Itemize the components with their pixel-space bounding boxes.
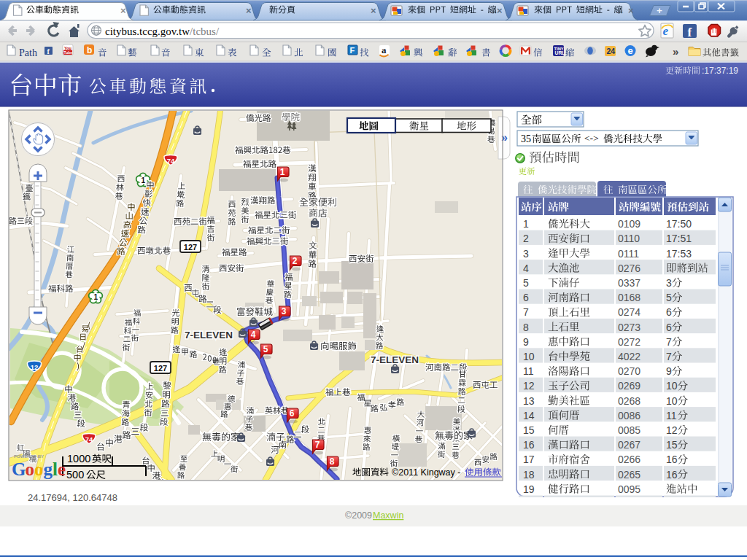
svg-text:×: × xyxy=(371,5,376,16)
svg-text:1: 1 xyxy=(142,176,146,184)
svg-text:17:53: 17:53 xyxy=(666,248,692,260)
svg-text:0111: 0111 xyxy=(618,248,639,260)
svg-text:4022: 4022 xyxy=(618,351,640,362)
svg-text:127: 127 xyxy=(154,364,167,373)
svg-text:35: 35 xyxy=(521,133,531,144)
svg-text:5: 5 xyxy=(523,277,529,289)
svg-text:17:51: 17:51 xyxy=(666,233,692,244)
svg-text:6: 6 xyxy=(666,306,672,318)
svg-text:15: 15 xyxy=(523,424,535,436)
svg-text:URL: URL xyxy=(555,50,565,55)
svg-text:<->: <-> xyxy=(584,133,599,144)
svg-text:1: 1 xyxy=(523,218,529,230)
svg-text:o: o xyxy=(26,459,35,479)
svg-text:©2009: ©2009 xyxy=(345,510,372,521)
svg-text:127: 127 xyxy=(184,243,197,252)
svg-text:4: 4 xyxy=(251,330,256,340)
svg-text:e: e xyxy=(628,45,633,56)
svg-text:12: 12 xyxy=(666,424,678,436)
svg-text:17: 17 xyxy=(523,454,535,465)
svg-text:24: 24 xyxy=(607,47,616,55)
svg-text:12: 12 xyxy=(523,380,535,392)
svg-text:1: 1 xyxy=(94,293,98,301)
svg-text:7-ELEVEN: 7-ELEVEN xyxy=(185,330,233,341)
svg-text:10: 10 xyxy=(666,380,678,392)
svg-text:0110: 0110 xyxy=(618,233,640,244)
svg-text:5: 5 xyxy=(263,344,268,354)
svg-text:0085: 0085 xyxy=(618,424,640,436)
svg-text:500: 500 xyxy=(66,469,84,481)
svg-text:f: f xyxy=(688,26,692,39)
svg-text:0268: 0268 xyxy=(618,395,640,407)
svg-text:citybus.tccg.gov.tw/tcbus/: citybus.tccg.gov.tw/tcbus/ xyxy=(105,26,220,37)
svg-text:10: 10 xyxy=(666,395,678,407)
svg-text:b: b xyxy=(87,45,92,55)
svg-text:3: 3 xyxy=(666,277,672,289)
svg-text:g: g xyxy=(44,459,53,479)
svg-text:6: 6 xyxy=(666,322,672,333)
svg-text:×: × xyxy=(120,5,126,16)
svg-text:0095: 0095 xyxy=(618,483,640,495)
svg-text:6: 6 xyxy=(290,408,295,419)
svg-text:0266: 0266 xyxy=(618,454,640,465)
svg-text:Tube: Tube xyxy=(64,50,73,55)
svg-text:2: 2 xyxy=(293,256,298,266)
svg-text:16: 16 xyxy=(666,469,678,481)
svg-text:Maxwin: Maxwin xyxy=(373,510,403,521)
svg-text:Path: Path xyxy=(19,47,37,58)
svg-text:1000: 1000 xyxy=(67,453,90,464)
svg-text:9: 9 xyxy=(666,365,672,377)
svg-text:74: 74 xyxy=(85,435,93,443)
svg-text::17:37:19: :17:37:19 xyxy=(702,66,738,76)
svg-text:0337: 0337 xyxy=(618,277,640,289)
svg-text:6: 6 xyxy=(523,292,529,303)
svg-text:16: 16 xyxy=(666,454,678,465)
svg-text:l: l xyxy=(53,459,58,479)
svg-text:11: 11 xyxy=(523,365,534,377)
svg-text:...: ... xyxy=(490,6,497,15)
svg-text:G: G xyxy=(12,459,26,479)
svg-text:o: o xyxy=(34,459,44,479)
svg-text:5: 5 xyxy=(666,292,672,303)
svg-text:9: 9 xyxy=(523,336,529,348)
svg-text:2: 2 xyxy=(523,233,529,244)
svg-text:e: e xyxy=(58,459,66,479)
svg-text:0270: 0270 xyxy=(618,365,640,377)
svg-text:24.17694, 120.64748: 24.17694, 120.64748 xyxy=(28,492,117,503)
svg-text:0086: 0086 xyxy=(618,410,640,421)
svg-text:×: × xyxy=(497,5,503,16)
svg-text:0109: 0109 xyxy=(618,218,640,230)
svg-text:1: 1 xyxy=(280,167,285,177)
svg-text:7: 7 xyxy=(523,306,529,318)
svg-text:×: × xyxy=(628,5,634,16)
svg-text:3: 3 xyxy=(523,248,529,260)
svg-text:11: 11 xyxy=(666,410,677,421)
svg-text:+: + xyxy=(657,5,662,16)
svg-text:0276: 0276 xyxy=(618,262,640,274)
svg-text:POWERED BY: POWERED BY xyxy=(14,454,44,459)
svg-text:13: 13 xyxy=(523,395,535,407)
svg-text:7: 7 xyxy=(315,440,320,450)
svg-text:a: a xyxy=(382,44,387,55)
svg-text:12: 12 xyxy=(31,363,39,371)
svg-text:15: 15 xyxy=(666,439,678,451)
svg-text:You: You xyxy=(64,46,71,50)
svg-text:8: 8 xyxy=(523,322,529,333)
svg-text:F: F xyxy=(350,46,355,55)
svg-text:©2011 Kingway -: ©2011 Kingway - xyxy=(392,467,460,478)
svg-text:0265: 0265 xyxy=(618,469,640,481)
svg-text:10: 10 xyxy=(523,351,535,362)
svg-text:...: ... xyxy=(616,6,623,15)
svg-text:0274: 0274 xyxy=(618,306,640,318)
svg-text:×: × xyxy=(246,5,252,16)
svg-text:»: » xyxy=(501,131,508,144)
svg-text:0168: 0168 xyxy=(618,292,640,303)
svg-text:7: 7 xyxy=(666,336,672,348)
svg-text:4: 4 xyxy=(523,262,529,274)
svg-text:8: 8 xyxy=(330,456,335,467)
svg-text:0273: 0273 xyxy=(618,322,640,333)
svg-text:14: 14 xyxy=(523,410,535,421)
svg-text:»: » xyxy=(673,45,678,58)
svg-text:0272: 0272 xyxy=(618,336,640,348)
svg-text:18: 18 xyxy=(523,469,535,481)
